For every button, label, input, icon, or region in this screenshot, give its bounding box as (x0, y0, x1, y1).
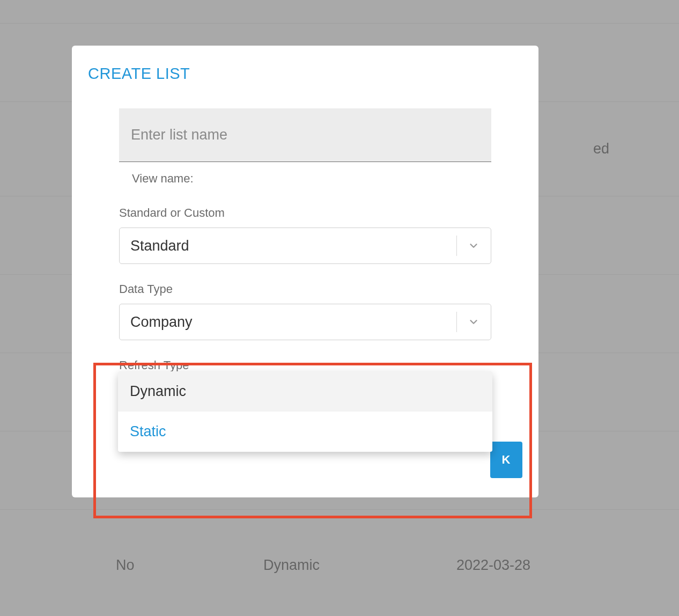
select-value: Standard (130, 238, 189, 254)
ok-button[interactable]: K (490, 442, 522, 478)
ok-button-label: K (502, 453, 511, 467)
dropdown-option-dynamic[interactable]: Dynamic (118, 371, 492, 412)
refresh-type-label: Refresh Type (119, 358, 491, 372)
data-type-label: Data Type (119, 282, 491, 296)
standard-custom-label: Standard or Custom (119, 206, 491, 220)
modal-title: CREATE LIST (88, 65, 522, 83)
select-value: Company (130, 314, 193, 331)
option-label: Dynamic (130, 383, 186, 400)
list-name-input[interactable] (119, 108, 491, 162)
refresh-type-dropdown: Dynamic Static (118, 371, 492, 452)
select-divider (456, 312, 457, 332)
standard-custom-select[interactable]: Standard (119, 228, 491, 264)
data-type-select[interactable]: Company (119, 304, 491, 340)
select-divider (456, 236, 457, 256)
option-label: Static (130, 423, 166, 440)
form-area: View name: Standard or Custom Standard D… (88, 108, 522, 416)
dropdown-option-static[interactable]: Static (118, 412, 492, 452)
chevron-down-icon (467, 239, 480, 252)
chevron-down-icon (467, 316, 480, 328)
view-name-label: View name: (132, 172, 491, 186)
